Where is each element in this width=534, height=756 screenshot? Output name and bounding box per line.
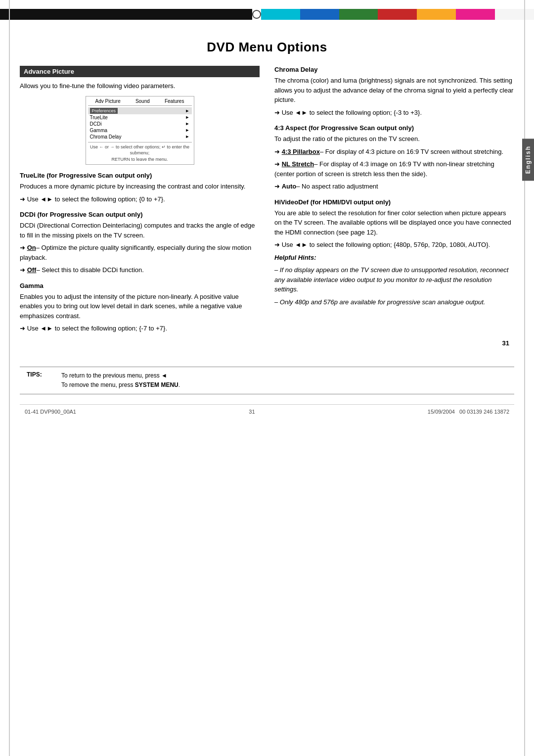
truelite-label: TrueLite	[90, 115, 108, 120]
gamma-arrow-icon	[20, 325, 27, 332]
pillarbox-line: 4:3 Pillarbox– For display of 4:3 pictur…	[274, 147, 514, 157]
nl-stretch-line: NL Stretch– For display of 4:3 image on …	[274, 159, 514, 179]
chroma-arrow-text: Use ◄► to select the following option; {…	[282, 109, 422, 116]
dcdi-title: DCDi (for Progressive Scan output only)	[20, 211, 260, 218]
hivideodef-title: HiVideoDef (for HDMI/DVI output only)	[274, 198, 514, 206]
menu-row-gamma: Gamma ►	[88, 127, 192, 134]
menu-header-adv: Adv Picture	[95, 98, 121, 104]
menu-row-truelite: TrueLite ►	[88, 114, 192, 121]
menu-header-features: Features	[165, 98, 184, 104]
hivideodef-section: HiVideoDef (for HDMI/DVI output only) Yo…	[274, 198, 514, 307]
prefs-label: Preferences	[90, 108, 118, 114]
footer-right: 15/09/2004 00 03139 246 13872	[428, 409, 509, 415]
tips-system-menu: SYSTEM MENU	[135, 381, 178, 388]
hivideodef-arrow-text: Use ◄► to select the following option; {…	[282, 241, 490, 248]
pillarbox-arrow	[274, 148, 282, 155]
footer-left: 01-41 DVP900_00A1	[25, 409, 76, 415]
dcdi-section: DCDi (for Progressive Scan output only) …	[20, 211, 260, 275]
menu-row-chroma: Chroma Delay ►	[88, 134, 192, 140]
bar-red	[378, 9, 417, 20]
center-crosshair	[252, 10, 261, 19]
page-title: DVD Menu Options	[20, 40, 514, 55]
dcdi-off-line: Off– Select this to disable DCDi functio…	[20, 265, 260, 275]
chroma-delay-body: The chroma (color) and luma (brightness)…	[274, 76, 514, 105]
dcdi-on-desc: – Optimize the picture quality significa…	[20, 244, 251, 261]
hivideodef-body: You are able to select the resolution fo…	[274, 208, 514, 237]
menu-mockup: Adv Picture Sound Features Preferences ►…	[86, 96, 194, 165]
advance-picture-header: Advance Picture	[20, 66, 260, 77]
top-color-bar	[0, 9, 534, 20]
dcdi-on-label: On	[27, 244, 36, 251]
auto-label: Auto	[282, 183, 297, 190]
menu-row-dcdi: DCDi ►	[88, 121, 192, 127]
gamma-arrow: Use ◄► to select the following option; {…	[20, 324, 260, 333]
truelife-body: Produces a more dynamic picture by incre…	[20, 182, 260, 191]
truelife-arrow: Use ◄► to select the following option; {…	[20, 194, 260, 204]
dcdi-body1: DCDi (Directional Correction Deinterlaci…	[20, 221, 260, 240]
dcdi-on-line: On– Optimize the picture quality signifi…	[20, 243, 260, 262]
menu-footer-line2: RETURN to leave the menu.	[88, 156, 192, 163]
tips-box: TIPS: To return to the previous menu, pr…	[20, 367, 514, 394]
chroma-arrow-icon	[274, 109, 282, 116]
page-footer: 01-41 DVP900_00A1 31 15/09/2004 00 03139…	[20, 404, 514, 415]
bar-black-3	[101, 9, 151, 20]
truelife-arrow-icon	[20, 195, 27, 203]
page-number-display: 31	[20, 339, 514, 347]
footer-center: 31	[249, 409, 255, 415]
auto-desc: – No aspect ratio adjustment	[296, 183, 378, 190]
nl-stretch-arrow	[274, 160, 282, 168]
nl-stretch-label: NL Stretch	[282, 160, 314, 168]
truelife-arrow-text: Use ◄► to select the following option; {…	[27, 195, 165, 203]
auto-arrow	[274, 183, 282, 190]
chroma-delay-title: Chroma Delay	[274, 66, 514, 73]
truelife-section: TrueLite (for Progressive Scan output on…	[20, 172, 260, 204]
bar-blue	[300, 9, 339, 20]
truelife-title: TrueLite (for Progressive Scan output on…	[20, 172, 260, 179]
menu-row-preferences: Preferences ►	[88, 107, 192, 114]
chroma-label: Chroma Delay	[90, 134, 122, 140]
chroma-delay-arrow: Use ◄► to select the following option; {…	[274, 108, 514, 118]
dcdi-off-label: Off	[27, 266, 37, 274]
gamma-body: Enables you to adjust the intensity of t…	[20, 292, 260, 321]
gamma-section: Gamma Enables you to adjust the intensit…	[20, 282, 260, 333]
right-border	[520, 0, 525, 756]
bar-green	[339, 9, 378, 20]
tips-line1: To return to the previous menu, press ◄	[61, 371, 180, 380]
hint2: – Only 480p and 576p are available for p…	[274, 297, 514, 307]
hivideodef-arrow: Use ◄► to select the following option; {…	[274, 240, 514, 250]
tips-line2: To remove the menu, press SYSTEM MENU.	[61, 380, 180, 390]
dcdi-on-arrow	[20, 244, 27, 251]
bar-white	[495, 9, 534, 20]
aspect-43-body: To adjust the ratio of the pictures on t…	[274, 134, 514, 144]
bar-black-4	[151, 9, 202, 20]
language-tab: English	[522, 139, 534, 181]
gamma-label: Gamma	[90, 128, 108, 133]
advance-picture-intro: Allows you to fine-tune the following vi…	[20, 81, 260, 91]
left-column: Advance Picture Allows you to fine-tune …	[20, 66, 260, 336]
bar-black-1	[0, 9, 50, 20]
pillarbox-desc: – For display of 4:3 picture on 16:9 TV …	[320, 148, 503, 155]
hint1: – If no display appears on the TV screen…	[274, 265, 514, 294]
tips-content: To return to the previous menu, press ◄ …	[61, 371, 180, 390]
menu-footer: Use ← or → to select other options; ↵ to…	[88, 142, 192, 163]
chroma-delay-section: Chroma Delay The chroma (color) and luma…	[274, 66, 514, 117]
aspect-43-section: 4:3 Aspect (for Progressive Scan output …	[274, 124, 514, 191]
aspect-43-title: 4:3 Aspect (for Progressive Scan output …	[274, 124, 514, 132]
bar-pink	[456, 9, 495, 20]
pillarbox-label: 4:3 Pillarbox	[282, 148, 320, 155]
dcdi-off-desc: – Select this to disable DCDi function.	[36, 266, 144, 274]
menu-header-sound: Sound	[135, 98, 150, 104]
left-border	[9, 0, 14, 756]
bar-black-2	[50, 9, 101, 20]
gamma-arrow-text: Use ◄► to select the following option; {…	[27, 325, 167, 332]
hivideodef-arrow-icon	[274, 241, 282, 248]
bar-cyan	[261, 9, 300, 20]
dcdi-label: DCDi	[90, 121, 102, 127]
bar-yellow	[417, 9, 456, 20]
hint2-text: – Only 480p and 576p are available for p…	[274, 298, 485, 306]
gamma-title: Gamma	[20, 282, 260, 289]
hint1-text: – If no display appears on the TV screen…	[274, 266, 508, 293]
menu-mockup-header: Adv Picture Sound Features	[88, 98, 192, 106]
right-column: Chroma Delay The chroma (color) and luma…	[274, 66, 514, 336]
prefs-arrow: ►	[185, 108, 190, 113]
